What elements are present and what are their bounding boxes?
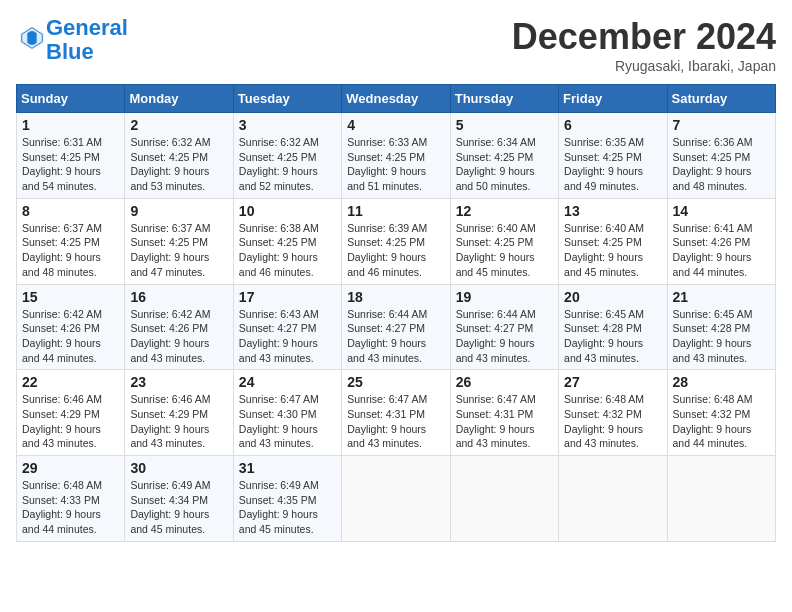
calendar-day-cell: 16 Sunrise: 6:42 AMSunset: 4:26 PMDaylig… [125, 284, 233, 370]
day-info: Sunrise: 6:49 AMSunset: 4:34 PMDaylight:… [130, 478, 227, 537]
day-number: 27 [564, 374, 661, 390]
day-number: 28 [673, 374, 770, 390]
day-number: 2 [130, 117, 227, 133]
day-info: Sunrise: 6:46 AMSunset: 4:29 PMDaylight:… [22, 392, 119, 451]
calendar-week-row: 1 Sunrise: 6:31 AMSunset: 4:25 PMDayligh… [17, 113, 776, 199]
weekday-header: Tuesday [233, 85, 341, 113]
day-info: Sunrise: 6:36 AMSunset: 4:25 PMDaylight:… [673, 135, 770, 194]
day-info: Sunrise: 6:44 AMSunset: 4:27 PMDaylight:… [347, 307, 444, 366]
day-number: 10 [239, 203, 336, 219]
day-info: Sunrise: 6:47 AMSunset: 4:31 PMDaylight:… [456, 392, 553, 451]
logo-icon [18, 24, 46, 52]
calendar-body: 1 Sunrise: 6:31 AMSunset: 4:25 PMDayligh… [17, 113, 776, 542]
day-info: Sunrise: 6:47 AMSunset: 4:31 PMDaylight:… [347, 392, 444, 451]
calendar-day-cell [667, 456, 775, 542]
calendar-day-cell: 14 Sunrise: 6:41 AMSunset: 4:26 PMDaylig… [667, 198, 775, 284]
day-info: Sunrise: 6:40 AMSunset: 4:25 PMDaylight:… [456, 221, 553, 280]
day-number: 1 [22, 117, 119, 133]
day-info: Sunrise: 6:48 AMSunset: 4:32 PMDaylight:… [673, 392, 770, 451]
day-number: 11 [347, 203, 444, 219]
logo: GeneralBlue [16, 16, 128, 64]
calendar-day-cell: 24 Sunrise: 6:47 AMSunset: 4:30 PMDaylig… [233, 370, 341, 456]
day-number: 26 [456, 374, 553, 390]
logo-text: GeneralBlue [46, 16, 128, 64]
calendar-day-cell: 31 Sunrise: 6:49 AMSunset: 4:35 PMDaylig… [233, 456, 341, 542]
day-number: 8 [22, 203, 119, 219]
month-title: December 2024 [512, 16, 776, 58]
day-number: 5 [456, 117, 553, 133]
day-number: 22 [22, 374, 119, 390]
day-number: 30 [130, 460, 227, 476]
day-number: 7 [673, 117, 770, 133]
calendar-day-cell: 27 Sunrise: 6:48 AMSunset: 4:32 PMDaylig… [559, 370, 667, 456]
location: Ryugasaki, Ibaraki, Japan [512, 58, 776, 74]
calendar-day-cell: 23 Sunrise: 6:46 AMSunset: 4:29 PMDaylig… [125, 370, 233, 456]
day-number: 3 [239, 117, 336, 133]
calendar-day-cell: 8 Sunrise: 6:37 AMSunset: 4:25 PMDayligh… [17, 198, 125, 284]
calendar-day-cell: 29 Sunrise: 6:48 AMSunset: 4:33 PMDaylig… [17, 456, 125, 542]
calendar-day-cell: 13 Sunrise: 6:40 AMSunset: 4:25 PMDaylig… [559, 198, 667, 284]
calendar-day-cell: 15 Sunrise: 6:42 AMSunset: 4:26 PMDaylig… [17, 284, 125, 370]
weekday-header: Wednesday [342, 85, 450, 113]
weekday-header: Thursday [450, 85, 558, 113]
day-info: Sunrise: 6:47 AMSunset: 4:30 PMDaylight:… [239, 392, 336, 451]
day-number: 4 [347, 117, 444, 133]
day-info: Sunrise: 6:37 AMSunset: 4:25 PMDaylight:… [130, 221, 227, 280]
day-info: Sunrise: 6:45 AMSunset: 4:28 PMDaylight:… [673, 307, 770, 366]
calendar-day-cell: 30 Sunrise: 6:49 AMSunset: 4:34 PMDaylig… [125, 456, 233, 542]
day-number: 18 [347, 289, 444, 305]
day-number: 12 [456, 203, 553, 219]
calendar-day-cell: 5 Sunrise: 6:34 AMSunset: 4:25 PMDayligh… [450, 113, 558, 199]
calendar-day-cell: 10 Sunrise: 6:38 AMSunset: 4:25 PMDaylig… [233, 198, 341, 284]
day-info: Sunrise: 6:43 AMSunset: 4:27 PMDaylight:… [239, 307, 336, 366]
calendar-day-cell: 1 Sunrise: 6:31 AMSunset: 4:25 PMDayligh… [17, 113, 125, 199]
day-info: Sunrise: 6:32 AMSunset: 4:25 PMDaylight:… [239, 135, 336, 194]
day-info: Sunrise: 6:33 AMSunset: 4:25 PMDaylight:… [347, 135, 444, 194]
calendar-day-cell: 18 Sunrise: 6:44 AMSunset: 4:27 PMDaylig… [342, 284, 450, 370]
day-number: 29 [22, 460, 119, 476]
calendar-day-cell: 7 Sunrise: 6:36 AMSunset: 4:25 PMDayligh… [667, 113, 775, 199]
day-number: 25 [347, 374, 444, 390]
day-info: Sunrise: 6:32 AMSunset: 4:25 PMDaylight:… [130, 135, 227, 194]
page-header: GeneralBlue December 2024 Ryugasaki, Iba… [16, 16, 776, 74]
day-info: Sunrise: 6:37 AMSunset: 4:25 PMDaylight:… [22, 221, 119, 280]
calendar-day-cell [450, 456, 558, 542]
calendar-day-cell [559, 456, 667, 542]
day-info: Sunrise: 6:42 AMSunset: 4:26 PMDaylight:… [22, 307, 119, 366]
calendar-day-cell: 4 Sunrise: 6:33 AMSunset: 4:25 PMDayligh… [342, 113, 450, 199]
calendar-week-row: 15 Sunrise: 6:42 AMSunset: 4:26 PMDaylig… [17, 284, 776, 370]
calendar-day-cell: 26 Sunrise: 6:47 AMSunset: 4:31 PMDaylig… [450, 370, 558, 456]
day-number: 15 [22, 289, 119, 305]
day-info: Sunrise: 6:40 AMSunset: 4:25 PMDaylight:… [564, 221, 661, 280]
day-info: Sunrise: 6:49 AMSunset: 4:35 PMDaylight:… [239, 478, 336, 537]
day-info: Sunrise: 6:41 AMSunset: 4:26 PMDaylight:… [673, 221, 770, 280]
day-number: 16 [130, 289, 227, 305]
day-info: Sunrise: 6:39 AMSunset: 4:25 PMDaylight:… [347, 221, 444, 280]
day-number: 24 [239, 374, 336, 390]
day-number: 19 [456, 289, 553, 305]
calendar-day-cell: 25 Sunrise: 6:47 AMSunset: 4:31 PMDaylig… [342, 370, 450, 456]
calendar-day-cell: 9 Sunrise: 6:37 AMSunset: 4:25 PMDayligh… [125, 198, 233, 284]
day-info: Sunrise: 6:38 AMSunset: 4:25 PMDaylight:… [239, 221, 336, 280]
calendar-day-cell [342, 456, 450, 542]
calendar-day-cell: 20 Sunrise: 6:45 AMSunset: 4:28 PMDaylig… [559, 284, 667, 370]
calendar-day-cell: 19 Sunrise: 6:44 AMSunset: 4:27 PMDaylig… [450, 284, 558, 370]
calendar-day-cell: 2 Sunrise: 6:32 AMSunset: 4:25 PMDayligh… [125, 113, 233, 199]
weekday-header: Monday [125, 85, 233, 113]
day-number: 14 [673, 203, 770, 219]
day-info: Sunrise: 6:48 AMSunset: 4:32 PMDaylight:… [564, 392, 661, 451]
weekday-header: Saturday [667, 85, 775, 113]
calendar-week-row: 29 Sunrise: 6:48 AMSunset: 4:33 PMDaylig… [17, 456, 776, 542]
day-info: Sunrise: 6:48 AMSunset: 4:33 PMDaylight:… [22, 478, 119, 537]
calendar-day-cell: 12 Sunrise: 6:40 AMSunset: 4:25 PMDaylig… [450, 198, 558, 284]
calendar-day-cell: 21 Sunrise: 6:45 AMSunset: 4:28 PMDaylig… [667, 284, 775, 370]
calendar-week-row: 22 Sunrise: 6:46 AMSunset: 4:29 PMDaylig… [17, 370, 776, 456]
day-info: Sunrise: 6:46 AMSunset: 4:29 PMDaylight:… [130, 392, 227, 451]
day-number: 13 [564, 203, 661, 219]
calendar-table: SundayMondayTuesdayWednesdayThursdayFrid… [16, 84, 776, 542]
calendar-header: SundayMondayTuesdayWednesdayThursdayFrid… [17, 85, 776, 113]
weekday-header: Sunday [17, 85, 125, 113]
day-info: Sunrise: 6:44 AMSunset: 4:27 PMDaylight:… [456, 307, 553, 366]
calendar-day-cell: 22 Sunrise: 6:46 AMSunset: 4:29 PMDaylig… [17, 370, 125, 456]
day-number: 23 [130, 374, 227, 390]
